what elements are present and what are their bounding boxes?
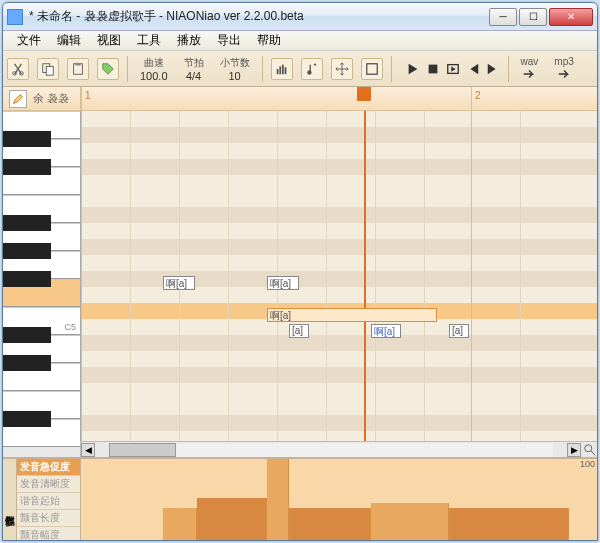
black-key[interactable] [3, 411, 51, 427]
bars-label: 小节数 [220, 56, 250, 70]
export-wav-button[interactable]: wav [517, 56, 543, 81]
param-vertical-label: 参数属性 [3, 459, 17, 541]
note-block[interactable]: [a] [449, 324, 469, 338]
note-block[interactable]: [a] [289, 324, 309, 338]
svg-rect-8 [282, 64, 284, 74]
black-key[interactable] [3, 131, 51, 147]
copy-icon[interactable] [37, 58, 59, 80]
timeline-ruler[interactable]: 1 2 [81, 87, 597, 110]
next-icon[interactable] [486, 62, 500, 76]
note-block[interactable]: 啊[a] [267, 276, 299, 290]
beat-field[interactable]: 节拍 4/4 [180, 56, 208, 82]
move-icon[interactable] [331, 58, 353, 80]
toolbar: 曲速 100.0 节拍 4/4 小节数 10 wav mp3 [3, 51, 597, 87]
param-item[interactable]: 发音清晰度 [17, 476, 80, 493]
scroll-left-icon[interactable]: ◀ [81, 443, 95, 457]
tempo-field[interactable]: 曲速 100.0 [136, 56, 172, 82]
maximize-button[interactable]: ☐ [519, 8, 547, 26]
piano-roll[interactable]: /* rows drawn below via JS hook would no… [81, 111, 597, 441]
menu-export[interactable]: 导出 [209, 30, 249, 51]
bars-up-icon[interactable] [271, 58, 293, 80]
app-icon [7, 9, 23, 25]
prev-icon[interactable] [466, 62, 480, 76]
app-window: * 未命名 - 袅袅虚拟歌手 - NIAONiao ver 2.2.00.bet… [2, 2, 598, 541]
beat-label: 节拍 [184, 56, 204, 70]
titlebar[interactable]: * 未命名 - 袅袅虚拟歌手 - NIAONiao ver 2.2.00.bet… [3, 3, 597, 31]
scroll-right-icon[interactable]: ▶ [567, 443, 581, 457]
svg-rect-5 [75, 62, 80, 65]
menu-view[interactable]: 视图 [89, 30, 129, 51]
black-key[interactable] [3, 215, 51, 231]
svg-rect-7 [279, 66, 281, 74]
playhead-line[interactable] [364, 111, 366, 441]
horizontal-scrollbar[interactable]: ◀ ▶ [3, 441, 597, 457]
tempo-value: 100.0 [140, 70, 168, 82]
param-item[interactable]: 发音急促度 [17, 459, 80, 476]
tag-icon[interactable] [97, 58, 119, 80]
window-title: * 未命名 - 袅袅虚拟歌手 - NIAONiao ver 2.2.00.bet… [29, 8, 489, 25]
fullscreen-icon[interactable] [361, 58, 383, 80]
note-block[interactable]: 啊[a] [371, 324, 401, 338]
svg-rect-11 [366, 63, 377, 74]
note-block[interactable]: 啊[a] [163, 276, 195, 290]
scrollbar-track[interactable] [109, 443, 553, 457]
cut-icon[interactable] [7, 58, 29, 80]
svg-point-14 [585, 444, 592, 451]
ruler-mark: 2 [471, 87, 481, 110]
paste-icon[interactable] [67, 58, 89, 80]
playhead-marker[interactable] [357, 87, 371, 101]
black-key[interactable] [3, 243, 51, 259]
voice-label[interactable]: 余 袅袅 [33, 91, 69, 106]
menubar: 文件 编辑 视图 工具 播放 导出 帮助 [3, 31, 597, 51]
param-item[interactable]: 颤音长度 [17, 510, 80, 527]
svg-rect-3 [46, 66, 53, 75]
menu-help[interactable]: 帮助 [249, 30, 289, 51]
menu-file[interactable]: 文件 [9, 30, 49, 51]
param-item[interactable]: 谐音起始 [17, 493, 80, 510]
parameter-panel: 参数属性 发音急促度 发音清晰度 谐音起始 颤音长度 颤音幅度 颤音速率 弯曲灵… [3, 457, 597, 541]
black-key[interactable] [3, 271, 51, 287]
stop-icon[interactable] [426, 62, 440, 76]
black-key[interactable] [3, 327, 51, 343]
parameter-graph[interactable]: 100 0 50 50 50 50 50 50 [81, 459, 597, 541]
svg-point-10 [307, 70, 311, 74]
export-mp3-button[interactable]: mp3 [550, 56, 577, 81]
key-label-c5: C5 [64, 322, 76, 332]
black-key[interactable] [3, 355, 51, 371]
ruler-mark: 1 [81, 87, 91, 110]
scrollbar-thumb[interactable] [109, 443, 176, 457]
tempo-label: 曲速 [144, 56, 164, 70]
play-icon[interactable] [406, 62, 420, 76]
param-item[interactable]: 颤音幅度 [17, 527, 80, 541]
note-add-icon[interactable] [301, 58, 323, 80]
bars-value: 10 [228, 70, 240, 82]
param-scale-max: 100 [580, 459, 595, 469]
close-button[interactable]: ✕ [549, 8, 593, 26]
secondary-toolbar: 余 袅袅 1 2 [3, 87, 597, 111]
piano-keyboard[interactable]: C5 [3, 111, 81, 441]
svg-rect-6 [276, 69, 278, 74]
loop-icon[interactable] [446, 62, 460, 76]
menu-edit[interactable]: 编辑 [49, 30, 89, 51]
main-area: C5 /* rows drawn below via JS hook would… [3, 111, 597, 441]
param-list: 发音急促度 发音清晰度 谐音起始 颤音长度 颤音幅度 颤音速率 弯曲灵敏度 音高… [17, 459, 80, 541]
svg-rect-12 [428, 64, 437, 73]
zoom-icon[interactable] [583, 443, 597, 457]
note-block[interactable]: 啊[a] [267, 308, 437, 322]
menu-tools[interactable]: 工具 [129, 30, 169, 51]
menu-play[interactable]: 播放 [169, 30, 209, 51]
minimize-button[interactable]: ─ [489, 8, 517, 26]
black-key[interactable] [3, 159, 51, 175]
bars-field[interactable]: 小节数 10 [216, 56, 254, 82]
beat-value: 4/4 [186, 70, 201, 82]
svg-rect-9 [284, 67, 286, 74]
pencil-tool-icon[interactable] [9, 90, 27, 108]
